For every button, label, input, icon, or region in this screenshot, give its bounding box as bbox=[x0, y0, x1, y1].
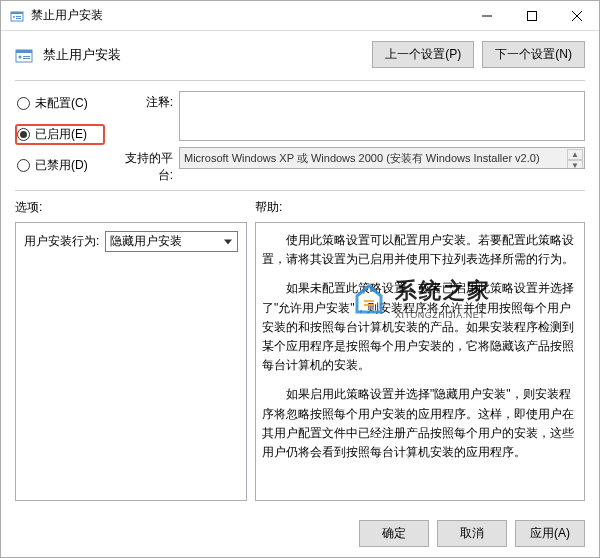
radio-disabled[interactable]: 已禁用(D) bbox=[15, 155, 105, 176]
radio-icon bbox=[17, 97, 30, 110]
app-icon bbox=[9, 8, 25, 24]
scrollbar[interactable]: ▲ ▼ bbox=[567, 149, 583, 167]
platform-label: 支持的平台: bbox=[113, 147, 173, 184]
help-paragraph: 使用此策略设置可以配置用户安装。若要配置此策略设置，请将其设置为已启用并使用下拉… bbox=[262, 231, 578, 269]
apply-button[interactable]: 应用(A) bbox=[515, 520, 585, 547]
radio-icon bbox=[17, 159, 30, 172]
radio-enabled[interactable]: 已启用(E) bbox=[15, 124, 105, 145]
policy-icon bbox=[15, 46, 33, 64]
help-panel: 系统之家 XITONGZHIJIA.NET 使用此策略设置可以配置用户安装。若要… bbox=[255, 222, 585, 501]
svg-point-11 bbox=[19, 55, 22, 58]
radio-label: 已禁用(D) bbox=[35, 157, 88, 174]
help-paragraph: 如果未配置此策略设置，或者已启用此策略设置并选择了"允许用户安装"，则安装程序将… bbox=[262, 279, 578, 375]
scroll-down-icon[interactable]: ▼ bbox=[567, 160, 583, 169]
scroll-up-icon[interactable]: ▲ bbox=[567, 149, 583, 160]
platform-value: Microsoft Windows XP 或 Windows 2000 (安装有… bbox=[184, 152, 540, 164]
help-section-label: 帮助: bbox=[255, 199, 585, 216]
prev-setting-button[interactable]: 上一个设置(P) bbox=[372, 41, 474, 68]
policy-title: 禁止用户安装 bbox=[43, 46, 362, 64]
next-setting-button[interactable]: 下一个设置(N) bbox=[482, 41, 585, 68]
options-section-label: 选项: bbox=[15, 199, 255, 216]
help-paragraph: 如果启用此策略设置并选择"隐藏用户安装"，则安装程序将忽略按照每个用户安装的应用… bbox=[262, 385, 578, 462]
ok-button[interactable]: 确定 bbox=[359, 520, 429, 547]
svg-rect-1 bbox=[11, 12, 23, 14]
svg-rect-10 bbox=[16, 50, 32, 53]
radio-label: 已启用(E) bbox=[35, 126, 87, 143]
platform-field: Microsoft Windows XP 或 Windows 2000 (安装有… bbox=[179, 147, 585, 169]
behavior-dropdown[interactable]: 隐藏用户安装 bbox=[105, 231, 238, 252]
svg-rect-4 bbox=[16, 18, 21, 19]
divider bbox=[15, 190, 585, 191]
close-button[interactable] bbox=[554, 1, 599, 30]
behavior-label: 用户安装行为: bbox=[24, 233, 99, 250]
cancel-button[interactable]: 取消 bbox=[437, 520, 507, 547]
svg-rect-12 bbox=[23, 56, 30, 57]
radio-label: 未配置(C) bbox=[35, 95, 88, 112]
options-panel: 用户安装行为: 隐藏用户安装 bbox=[15, 222, 247, 501]
svg-rect-13 bbox=[23, 58, 30, 59]
svg-point-2 bbox=[13, 16, 15, 18]
dropdown-value: 隐藏用户安装 bbox=[110, 233, 182, 250]
titlebar: 禁止用户安装 bbox=[1, 1, 599, 31]
minimize-button[interactable] bbox=[464, 1, 509, 30]
maximize-button[interactable] bbox=[509, 1, 554, 30]
comment-label: 注释: bbox=[113, 91, 173, 111]
comment-input[interactable] bbox=[179, 91, 585, 141]
divider bbox=[15, 80, 585, 81]
window-title: 禁止用户安装 bbox=[31, 7, 464, 24]
radio-not-configured[interactable]: 未配置(C) bbox=[15, 93, 105, 114]
svg-rect-3 bbox=[16, 16, 21, 17]
radio-icon bbox=[17, 128, 30, 141]
svg-rect-6 bbox=[527, 11, 536, 20]
